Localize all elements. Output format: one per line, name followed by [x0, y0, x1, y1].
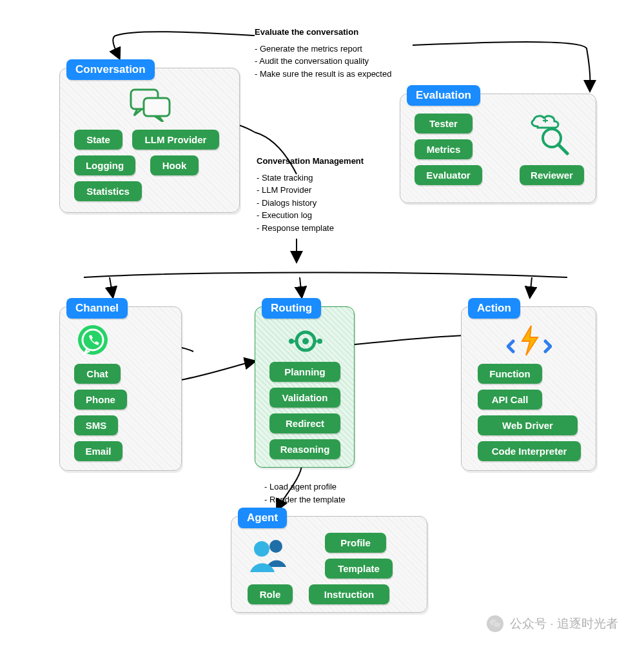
convmgmt-bullet: - State tracking [257, 172, 385, 184]
action-pill-function: Function [478, 364, 542, 384]
conversation-pill-llm: LLM Provider [132, 130, 219, 150]
svg-line-3 [558, 144, 567, 154]
agent-notes: - Load agent profile - Render the templa… [264, 481, 346, 506]
channel-pill-chat: Chat [74, 364, 121, 384]
evaluate-annotation: Evaluate the conversation - Generate the… [255, 26, 422, 80]
conversation-pill-logging: Logging [74, 155, 135, 175]
agent-pill-role: Role [248, 584, 293, 604]
action-pill-webdriver: Web Driver [478, 415, 578, 435]
conversation-pill-state: State [74, 130, 122, 150]
action-pill-codeint: Code Interpreter [478, 441, 581, 461]
channel-pill-email: Email [74, 441, 122, 461]
conversation-title: Conversation [66, 59, 155, 80]
evaluate-title: Evaluate the conversation [255, 26, 422, 39]
routing-pill-validation: Validation [269, 388, 340, 408]
svg-point-8 [317, 339, 322, 344]
routing-pill-planning: Planning [269, 362, 340, 382]
evaluation-pill-evaluator: Evaluator [415, 165, 482, 185]
convmgmt-annotation: Conversation Management - State tracking… [257, 155, 385, 234]
evaluate-bullet: - Audit the conversation quality [255, 55, 422, 68]
hub-icon [288, 325, 324, 360]
watermark: 公众号 · 追逐时光者 [487, 615, 618, 632]
agent-pill-template: Template [325, 559, 393, 579]
whatsapp-icon [76, 323, 110, 359]
action-module: Action Function API Call Web Driver Code… [461, 306, 596, 471]
channel-pill-phone: Phone [74, 390, 127, 410]
evaluation-title: Evaluation [407, 85, 480, 106]
convmgmt-bullet: - Execution log [257, 209, 385, 222]
channel-pill-sms: SMS [74, 415, 118, 435]
agent-note-bullet: - Load agent profile [264, 481, 346, 493]
svg-point-11 [269, 540, 282, 553]
svg-point-12 [254, 541, 269, 557]
svg-point-7 [289, 339, 294, 344]
evaluation-pill-tester: Tester [415, 114, 473, 134]
conversation-pill-hook: Hook [150, 155, 199, 175]
agent-title: Agent [238, 508, 287, 528]
svg-point-6 [302, 338, 309, 344]
agent-pill-instruction: Instruction [309, 584, 389, 604]
channel-title: Channel [66, 298, 128, 319]
convmgmt-bullet: - Dialogs history [257, 197, 385, 210]
routing-pill-reasoning: Reasoning [269, 439, 340, 459]
evaluation-pill-metrics: Metrics [415, 139, 473, 159]
evaluate-bullet: - Generate the metrics report [255, 43, 422, 55]
chat-bubbles-icon [128, 86, 173, 124]
routing-title: Routing [262, 298, 321, 319]
agent-pill-profile: Profile [325, 533, 386, 553]
svg-rect-1 [144, 98, 170, 116]
people-icon [248, 535, 293, 576]
evaluation-pill-reviewer: Reviewer [520, 165, 584, 185]
convmgmt-bullet: - Response template [257, 222, 385, 235]
channel-module: Channel Chat Phone SMS Email [59, 306, 182, 471]
convmgmt-title: Conversation Management [257, 155, 385, 168]
action-pill-api: API Call [478, 390, 542, 410]
evaluate-bullet: - Make sure the result is as expected [255, 68, 422, 81]
routing-pill-redirect: Redirect [269, 413, 340, 433]
routing-module: Routing Planning Validation Redirect Rea… [255, 306, 355, 468]
watermark-text: 公众号 · 追逐时光者 [510, 615, 618, 632]
agent-module: Agent Profile Template Role Instruction [231, 516, 427, 613]
convmgmt-bullet: - LLM Provider [257, 184, 385, 197]
action-title: Action [468, 298, 520, 319]
cloud-search-icon [526, 114, 574, 158]
wechat-icon [487, 615, 503, 632]
lightning-code-icon [507, 323, 552, 361]
conversation-pill-stats: Statistics [74, 181, 142, 201]
agent-note-bullet: - Render the template [264, 493, 346, 506]
conversation-module: Conversation State LLM Provider Logging … [59, 68, 240, 213]
evaluation-module: Evaluation Tester Metrics Evaluator Revi… [400, 94, 596, 203]
